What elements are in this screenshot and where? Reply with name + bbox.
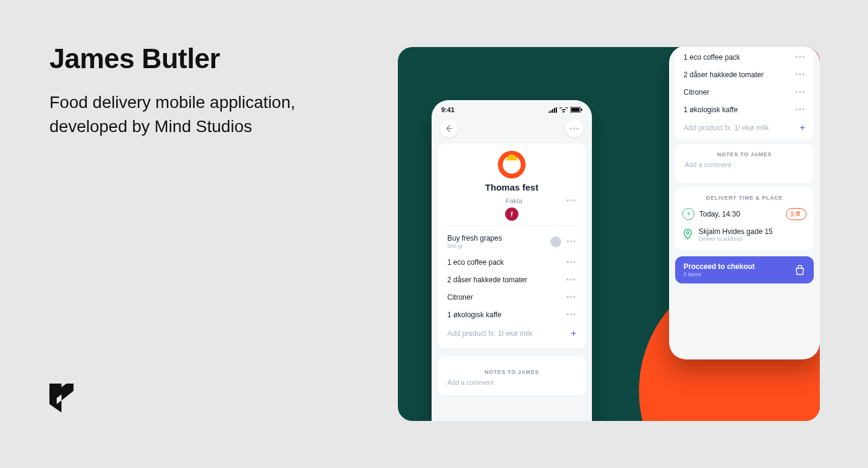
- showcase-stage: James Butler Food delivery mobile applic…: [0, 0, 868, 468]
- back-button[interactable]: [440, 119, 458, 138]
- item-name: 1 økologisk kaffe: [684, 106, 738, 114]
- item-name: 2 dåser hakkede tomater: [447, 276, 527, 284]
- store-row: Fakta •••: [438, 192, 586, 205]
- clock-icon: [682, 208, 694, 220]
- delivery-time-row[interactable]: Today, 14:30: [675, 204, 814, 224]
- item-more-icon[interactable]: •••: [566, 275, 576, 284]
- dots-icon: •••: [570, 124, 580, 133]
- phone-mock-left: 9:41 ••• Thomas fest: [432, 100, 592, 421]
- top-bar: •••: [432, 116, 592, 144]
- checkout-sub: 5 items: [684, 271, 755, 277]
- list-item[interactable]: Buy fresh grapes 500 gr •••: [438, 230, 586, 253]
- list-item[interactable]: 2 dåser hakkede tomater •••: [438, 271, 586, 288]
- battery-icon: [570, 107, 582, 113]
- checkout-button[interactable]: Procceed to chekout 5 items: [675, 256, 814, 283]
- add-product-placeholder: Add product fx. 1l ekø milk: [447, 329, 532, 338]
- phone-mock-right: 1 eco coffee pack ••• 2 dåser hakkede to…: [669, 47, 820, 359]
- mind-studios-logo: [49, 384, 74, 413]
- plus-icon: +: [571, 328, 576, 339]
- item-more-icon[interactable]: •••: [566, 310, 576, 319]
- item-more-icon[interactable]: •••: [795, 105, 805, 114]
- list-item[interactable]: Citroner •••: [438, 288, 586, 306]
- item-name: 1 eco coffee pack: [447, 258, 504, 267]
- notes-card: NOTES TO JAMES Add a comment: [438, 356, 586, 396]
- svg-point-3: [687, 232, 689, 234]
- delivery-section-title: DELIVERY TIME & PLACE: [675, 189, 814, 204]
- store-badge: f: [505, 207, 518, 221]
- delivery-address-sub: Deliver to address: [699, 236, 773, 242]
- item-name: Buy fresh grapes: [447, 234, 502, 242]
- signal-icon: [549, 107, 557, 113]
- item-name: Citroner: [684, 88, 709, 96]
- status-icons: [549, 107, 582, 113]
- status-bar: 9:41: [432, 100, 592, 116]
- list-item[interactable]: 1 økologisk kaffe •••: [438, 306, 586, 323]
- item-more-icon[interactable]: •••: [795, 87, 805, 96]
- list-name: Thomas fest: [438, 182, 586, 192]
- notes-placeholder[interactable]: Add a comment: [675, 161, 814, 174]
- item-more-icon[interactable]: •••: [795, 52, 805, 62]
- delivery-card: DELIVERY TIME & PLACE Today, 14:30: [675, 188, 814, 250]
- list-item[interactable]: Citroner •••: [675, 83, 814, 101]
- items-card: 1 eco coffee pack ••• 2 dåser hakkede to…: [675, 47, 814, 139]
- item-name: Citroner: [447, 293, 473, 302]
- bag-icon: [794, 265, 805, 276]
- item-more-icon[interactable]: •••: [566, 237, 576, 246]
- butler-avatar: [498, 151, 526, 179]
- store-name: Fakta: [454, 197, 573, 204]
- back-arrow-icon: [445, 125, 453, 132]
- item-more-icon[interactable]: •••: [566, 258, 576, 267]
- product-subtitle: Food delivery mobile application, develo…: [49, 90, 303, 139]
- item-name: 2 dåser hakkede tomater: [684, 71, 764, 79]
- list-item[interactable]: 1 eco coffee pack •••: [675, 48, 814, 66]
- wifi-icon: [559, 107, 568, 113]
- svg-rect-2: [581, 109, 582, 111]
- notes-card: NOTES TO JAMES Add a comment: [675, 144, 814, 183]
- list-item[interactable]: 1 økologisk kaffe •••: [675, 101, 814, 118]
- delivery-address: Skjalm Hvides gade 15: [699, 227, 773, 236]
- divider: [445, 226, 579, 226]
- svg-rect-1: [571, 108, 580, 112]
- delivery-mode-icon[interactable]: [786, 208, 807, 220]
- delivery-address-row[interactable]: Skjalm Hvides gade 15 Deliver to address: [675, 224, 814, 245]
- item-detail: 500 gr: [447, 243, 502, 249]
- notes-placeholder[interactable]: Add a comment: [438, 379, 586, 392]
- more-button[interactable]: •••: [565, 119, 583, 138]
- product-title: James Butler: [49, 42, 220, 75]
- list-header-card: Thomas fest Fakta ••• f Buy fresh grapes…: [438, 144, 586, 349]
- add-product-row[interactable]: Add product fx. 1l ekø milk +: [438, 323, 586, 345]
- list-item[interactable]: 2 dåser hakkede tomater •••: [675, 66, 814, 83]
- plus-icon: +: [800, 122, 805, 133]
- notes-section-title: NOTES TO JAMES: [675, 145, 814, 161]
- checkout-label: Procceed to chekout: [684, 262, 755, 271]
- add-product-row[interactable]: Add product fx. 1l ekø milk +: [675, 118, 814, 138]
- item-more-icon[interactable]: •••: [566, 292, 576, 302]
- delivery-time: Today, 14:30: [699, 210, 740, 218]
- item-name: 1 økologisk kaffe: [447, 311, 502, 319]
- item-more-icon[interactable]: •••: [795, 70, 805, 79]
- pin-icon: [683, 229, 694, 241]
- list-item[interactable]: 1 eco coffee pack •••: [438, 253, 586, 271]
- status-time: 9:41: [441, 106, 454, 113]
- add-product-placeholder: Add product fx. 1l ekø milk: [684, 124, 769, 132]
- notes-section-title: NOTES TO JAMES: [438, 363, 586, 379]
- assignee-avatar: [550, 236, 561, 247]
- item-name: 1 eco coffee pack: [684, 53, 740, 62]
- showcase-panel: 9:41 ••• Thomas fest: [398, 47, 820, 421]
